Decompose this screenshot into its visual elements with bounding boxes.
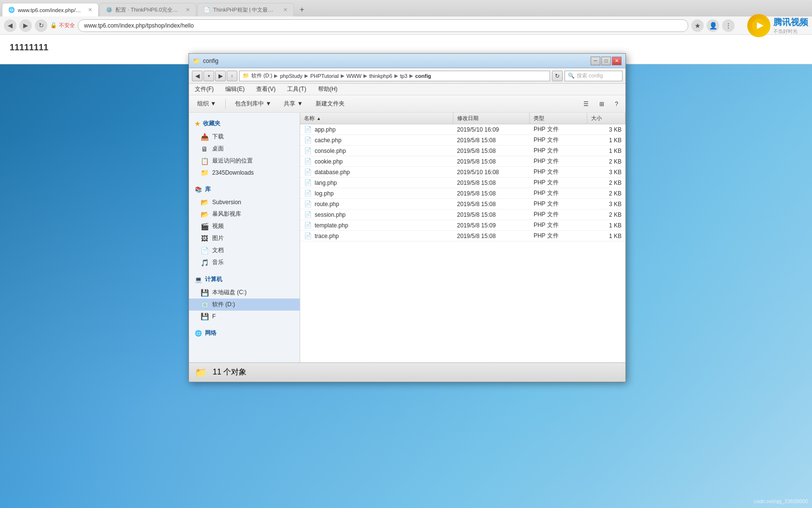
- sidebar-computer-header[interactable]: 💻 计算机: [189, 272, 300, 286]
- table-row[interactable]: 📄 log.php 2019/5/8 15:08 PHP 文件 2 KB: [300, 188, 625, 199]
- include-library-label: 包含到库中 ▼: [235, 100, 271, 108]
- file-icon: 📄: [304, 232, 312, 239]
- menu-file[interactable]: 文件(F): [193, 85, 216, 94]
- forward-button[interactable]: ▶: [19, 19, 32, 32]
- sidebar-item-downloads[interactable]: 📥 下载: [189, 131, 300, 143]
- file-date: 2019/5/8 15:08: [453, 147, 530, 155]
- table-row[interactable]: 📄 session.php 2019/5/8 15:08 PHP 文件 2 KB: [300, 209, 625, 220]
- browser-tab-1[interactable]: ⚙️ 配置 · ThinkPHP6.0完全开发手... ✕: [100, 3, 196, 16]
- table-row[interactable]: 📄 cookie.php 2019/5/8 15:08 PHP 文件 2 KB: [300, 156, 625, 167]
- tencent-brand: 腾讯视频 不负好时光: [773, 16, 808, 35]
- table-row[interactable]: 📄 lang.php 2019/5/8 15:08 PHP 文件 2 KB: [300, 178, 625, 188]
- menu-view[interactable]: 查看(V): [254, 85, 277, 94]
- sidebar-item-video[interactable]: 🎬 视频: [189, 220, 300, 232]
- explorer-back2-button[interactable]: ▾: [203, 71, 214, 81]
- file-name: cookie.php: [315, 158, 343, 165]
- explorer-path[interactable]: 📁 软件 (D:) ▶ phpStudy ▶ PHPTutorial ▶ WWW…: [239, 71, 550, 81]
- table-row[interactable]: 📄 template.php 2019/5/8 15:09 PHP 文件 1 K…: [300, 220, 625, 231]
- sidebar-item-drive-d[interactable]: 💿 软件 (D:): [189, 299, 300, 311]
- sidebar-network-header[interactable]: 🌐 网络: [189, 326, 300, 340]
- sidebar-item-drive-c[interactable]: 💾 本地磁盘 (C:): [189, 286, 300, 299]
- table-row[interactable]: 📄 console.php 2019/5/8 15:08 PHP 文件 1 KB: [300, 146, 625, 156]
- address-bar[interactable]: [78, 19, 688, 32]
- file-date: 2019/5/8 15:08: [453, 157, 530, 166]
- table-row[interactable]: 📄 app.php 2019/5/10 16:09 PHP 文件 3 KB: [300, 124, 625, 135]
- browser-tab-0[interactable]: 🌐 www.tp6.com/index.php/tpsh... ✕: [2, 3, 99, 16]
- view-toggle-button[interactable]: ☰: [580, 99, 592, 109]
- new-tab-button[interactable]: +: [295, 3, 309, 16]
- file-date: 2019/5/8 15:08: [453, 136, 530, 145]
- file-size: 2 KB: [587, 157, 625, 166]
- col-header-size[interactable]: 大小: [587, 113, 625, 124]
- sidebar-item-pictures[interactable]: 🖼 图片: [189, 232, 300, 244]
- file-icon: 📄: [304, 211, 312, 218]
- table-row[interactable]: 📄 database.php 2019/5/10 16:08 PHP 文件 3 …: [300, 167, 625, 178]
- library-label: 库: [205, 185, 211, 194]
- file-name: cache.php: [315, 137, 341, 144]
- sidebar-item-drive-f[interactable]: 💾 F: [189, 311, 300, 322]
- share-button[interactable]: 共享 ▼: [279, 98, 307, 110]
- downloads-icon: 📥: [201, 133, 208, 141]
- include-library-button[interactable]: 包含到库中 ▼: [231, 98, 276, 110]
- path-refresh-button[interactable]: ↻: [552, 71, 563, 81]
- col-header-type[interactable]: 类型: [530, 113, 587, 124]
- minimize-button[interactable]: ─: [591, 57, 600, 65]
- file-type: PHP 文件: [530, 146, 587, 156]
- close-button[interactable]: ✕: [612, 57, 622, 65]
- profile-button[interactable]: 👤: [707, 19, 719, 32]
- new-folder-button[interactable]: 新建文件夹: [311, 98, 349, 110]
- explorer-up-button[interactable]: ↑: [227, 71, 237, 81]
- search-box[interactable]: 🔍 搜索 config: [565, 71, 623, 81]
- tab-close-0[interactable]: ✕: [88, 7, 92, 13]
- table-row[interactable]: 📄 route.php 2019/5/8 15:08 PHP 文件 3 KB: [300, 199, 625, 209]
- sidebar-item-baofeng[interactable]: 📂 暴风影视库: [189, 208, 300, 220]
- file-date: 2019/5/10 16:09: [453, 125, 530, 134]
- explorer-forward-button[interactable]: ▶: [215, 71, 226, 81]
- col-header-name[interactable]: 名称 ▲: [300, 113, 453, 124]
- sidebar-library-header[interactable]: 📚 库: [189, 182, 300, 196]
- maximize-button[interactable]: □: [601, 57, 611, 65]
- subversion-label: Subversion: [212, 199, 241, 206]
- sidebar-item-subversion[interactable]: 📂 Subversion: [189, 196, 300, 208]
- video-label: 视频: [212, 222, 224, 230]
- tab-label-2: ThinkPHP框架 | 中文最佳实践P...: [213, 6, 277, 14]
- menu-edit[interactable]: 编辑(E): [223, 85, 246, 94]
- sidebar-favorites-header[interactable]: ★ 收藏夹: [189, 117, 300, 131]
- file-size: 2 KB: [587, 210, 625, 219]
- tab-close-2[interactable]: ✕: [283, 7, 288, 13]
- sidebar-item-2345downloads[interactable]: 📁 2345Downloads: [189, 167, 300, 179]
- explorer-title-left: 📁 config: [193, 58, 218, 64]
- baofeng-label: 暴风影视库: [212, 210, 241, 218]
- organize-button[interactable]: 组织 ▼: [193, 98, 220, 110]
- 2345-label: 2345Downloads: [212, 169, 254, 176]
- path-part-2: PHPTutorial: [310, 73, 339, 79]
- tab-favicon-2: 📄: [203, 7, 210, 13]
- table-row[interactable]: 📄 cache.php 2019/5/8 15:08 PHP 文件 1 KB: [300, 135, 625, 146]
- explorer-back-button[interactable]: ◀: [192, 71, 203, 81]
- back-button[interactable]: ◀: [4, 19, 16, 32]
- menu-help[interactable]: 帮助(H): [316, 85, 340, 94]
- file-icon: 📄: [304, 222, 312, 229]
- col-header-date[interactable]: 修改日期: [453, 113, 530, 124]
- sidebar-item-documents[interactable]: 📄 文档: [189, 244, 300, 256]
- menu-button[interactable]: ⋮: [722, 19, 735, 32]
- help-icon-button[interactable]: ?: [611, 99, 622, 109]
- baofeng-icon: 📂: [201, 210, 208, 218]
- menu-tools[interactable]: 工具(T): [285, 85, 308, 94]
- sidebar-item-desktop[interactable]: 🖥 桌面: [189, 143, 300, 155]
- table-row[interactable]: 📄 trace.php 2019/5/8 15:08 PHP 文件 1 KB: [300, 231, 625, 241]
- view-details-button[interactable]: ⊞: [596, 99, 608, 109]
- status-text: 11 个对象: [213, 367, 246, 377]
- file-date: 2019/5/8 15:08: [453, 179, 530, 187]
- explorer-titlebar: 📁 config ─ □ ✕: [189, 54, 625, 68]
- browser-tab-2[interactable]: 📄 ThinkPHP框架 | 中文最佳实践P... ✕: [197, 3, 294, 16]
- sidebar-item-recent[interactable]: 📋 最近访问的位置: [189, 155, 300, 167]
- file-name: lang.php: [315, 179, 337, 186]
- refresh-button[interactable]: ↻: [35, 19, 47, 32]
- subversion-icon: 📂: [201, 198, 208, 206]
- sidebar-item-music[interactable]: 🎵 音乐: [189, 256, 300, 269]
- bookmark-button[interactable]: ★: [691, 19, 704, 32]
- path-part-3: WWW: [347, 73, 362, 79]
- tab-close-1[interactable]: ✕: [186, 7, 190, 13]
- file-name: database.php: [315, 169, 350, 176]
